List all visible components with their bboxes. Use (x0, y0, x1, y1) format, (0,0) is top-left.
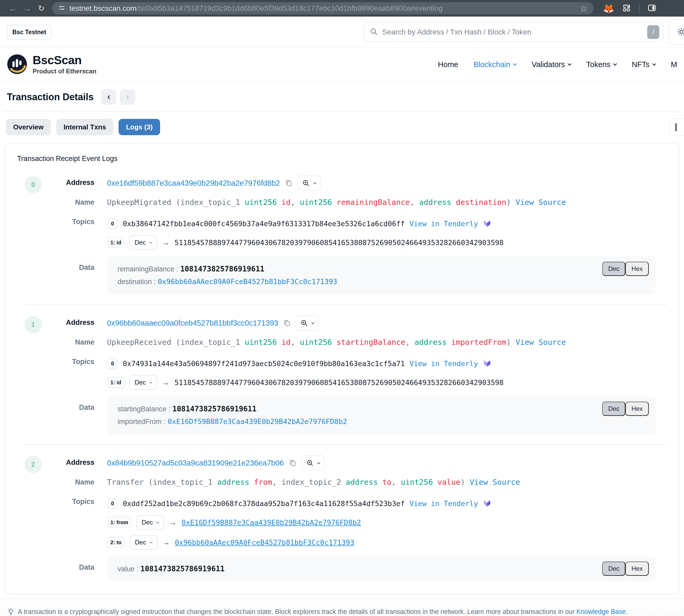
dropdown-value: Dec (135, 239, 146, 246)
log-divider (22, 444, 667, 445)
view-source-link[interactable]: View Source (516, 338, 566, 347)
topic-value-link[interactable]: 0xE16Df59B887e3Caa439E0b29B42bA2e7976FD8… (181, 519, 361, 527)
event-name-part: address (217, 478, 249, 487)
search-input[interactable]: Search by Address / Txn Hash / Block / T… (363, 22, 663, 42)
view-source-link[interactable]: View Source (470, 478, 520, 487)
copy-icon[interactable] (283, 319, 291, 327)
log-address-link[interactable]: 0x96bb60aaaec09a0fceb4527b81bbf3cc0c1713… (107, 319, 278, 328)
event-name-part: ) (460, 478, 470, 487)
topic-index-badge: 0 (107, 498, 118, 509)
event-name-part (332, 338, 337, 347)
data-label: Data (5, 255, 107, 274)
event-name-part: uint256 (300, 198, 332, 207)
metamask-icon[interactable]: 🦊 (603, 4, 614, 13)
sun-icon (677, 27, 684, 37)
topic-index-badge: 1: id (107, 237, 124, 248)
tab-overview[interactable]: Overview (6, 119, 51, 135)
topic-encoding-dropdown[interactable]: Dec (129, 235, 157, 250)
hex-toggle-button[interactable]: Hex (625, 562, 649, 576)
data-field-name: startingBalance : (117, 405, 173, 413)
topic-value-link[interactable]: 0x96bb60aAAec09A0FceB4527b81bbF3Cc0c1713… (175, 538, 355, 547)
nav-item-label: Home (438, 60, 458, 69)
knowledge-base-link[interactable]: Knowledge Base (576, 608, 626, 615)
topics-label: Topics (5, 496, 107, 507)
url-text: testnet.bscscan.com/tx/0x85b3a147518719d… (69, 4, 577, 13)
browser-reload-icon[interactable]: ↻ (34, 4, 48, 13)
address-zoom-button[interactable] (301, 455, 325, 470)
event-log-list: 0Address0xe16df59b887e3caa439e0b29b42ba2… (5, 175, 679, 581)
event-name-part: ) (506, 338, 516, 347)
hex-toggle-button[interactable]: Hex (625, 402, 649, 416)
topic-row: 1: idDec→5118545788897447796043067820397… (107, 235, 679, 250)
extensions-puzzle-icon[interactable] (622, 3, 631, 14)
topic-encoding-dropdown[interactable]: Dec (130, 535, 157, 550)
site-header-main: BscScan Product of Etherscan HomeBlockch… (0, 48, 684, 82)
next-transaction-button[interactable] (120, 89, 135, 105)
dec-hex-toggle: DecHex (602, 402, 649, 416)
log-address-link[interactable]: 0xe16df59b887e3caa439e0b29b42ba2e7976fd8… (107, 179, 280, 188)
data-address-link[interactable]: 0xE16Df59B887e3Caa439E0b29B42bA2e7976FD8… (168, 417, 347, 425)
nav-item-home[interactable]: Home (438, 60, 458, 69)
data-value: 1081473825786919611 (173, 404, 256, 413)
site-settings-icon[interactable] (58, 4, 66, 13)
hex-toggle-button[interactable]: Hex (625, 262, 649, 276)
log-index-badge: 2 (24, 456, 42, 473)
nav-item-label: M (671, 60, 677, 69)
dec-toggle-button[interactable]: Dec (602, 402, 625, 416)
event-name-part: address (419, 198, 451, 207)
side-panel-icon[interactable] (647, 3, 656, 14)
topic-encoding-dropdown[interactable]: Dec (136, 515, 164, 530)
nav-item-blockchain[interactable]: Blockchain (474, 60, 516, 69)
view-source-link[interactable]: View Source (516, 198, 566, 207)
dec-toggle-button[interactable]: Dec (602, 562, 625, 576)
topic-value: 5118545788897447796043067820397906085416… (175, 239, 504, 247)
topic-index-badge: 0 (107, 218, 118, 229)
chevron-down-icon (149, 380, 153, 384)
chevron-down-icon (613, 62, 617, 66)
log-address-link[interactable]: 0x84b9b910527ad5c03a9ca831909e21e236ea7b… (107, 459, 284, 467)
chevron-down-icon (317, 461, 320, 464)
chevron-left-icon (107, 95, 111, 99)
network-badge[interactable]: Bsc Testnet (7, 25, 52, 40)
event-name-part (277, 198, 281, 207)
event-name-part: value (437, 478, 460, 487)
view-in-tenderly-link[interactable]: View in Tenderly (410, 359, 478, 368)
copy-icon[interactable] (285, 179, 293, 187)
event-name-part: uint256 (245, 338, 277, 347)
topic-hash: 0xddf252ad1be2c89b69c2b068fc378daa952ba7… (123, 500, 405, 508)
previous-transaction-button[interactable] (101, 89, 116, 105)
address-zoom-button[interactable] (297, 175, 321, 191)
address-label: Address (5, 315, 107, 330)
event-log-entry: 0Address0xe16df59b887e3caa439e0b29b42ba2… (5, 175, 679, 294)
data-panel: remainingBalance : 1081473825786919611de… (107, 257, 656, 294)
view-in-tenderly-link[interactable]: View in Tenderly (410, 220, 478, 228)
address-bar[interactable]: testnet.bscscan.com/tx/0x85b3a147518719d… (52, 2, 594, 15)
nav-item-m[interactable]: M (671, 60, 677, 69)
theme-toggle-button[interactable] (669, 20, 684, 45)
tab-logs-3-[interactable]: Logs (3) (118, 119, 160, 135)
browser-forward-icon[interactable]: → (20, 3, 34, 14)
event-name-part: address (414, 338, 447, 347)
nav-item-tokens[interactable]: Tokens (586, 60, 616, 69)
data-address-link[interactable]: 0x96bb60aAAec09A0FceB4527b81bbF3Cc0c1713… (158, 278, 337, 286)
tab-bar-overflow-button[interactable] (669, 118, 684, 136)
address-zoom-button[interactable] (295, 315, 319, 331)
event-name-part: id (281, 338, 291, 347)
nav-item-validators[interactable]: Validators (531, 60, 571, 69)
browser-back-icon[interactable]: ← (6, 3, 20, 14)
nav-item-nfts[interactable]: NFTs (632, 60, 656, 69)
bookmark-star-icon[interactable]: ☆ (580, 3, 588, 14)
copy-icon[interactable] (289, 459, 297, 467)
overflow-glyph (675, 123, 677, 131)
tab-internal-txns[interactable]: Internal Txns (56, 119, 114, 135)
tenderly-icon (483, 219, 492, 228)
event-name-part: importedFrom (451, 338, 506, 347)
topic-encoding-dropdown[interactable]: Dec (129, 375, 157, 390)
dec-toggle-button[interactable]: Dec (602, 262, 625, 276)
data-label: Data (5, 395, 107, 414)
view-in-tenderly-link[interactable]: View in Tenderly (410, 500, 478, 508)
event-name-part: UpkeepReceived (index_topic_1 (107, 338, 245, 347)
bscscan-logo-mark-icon (7, 54, 27, 75)
bscscan-logo[interactable]: BscScan Product of Etherscan (7, 54, 96, 75)
data-line: destination : 0x96bb60aAAec09A0FceB4527b… (117, 276, 645, 288)
